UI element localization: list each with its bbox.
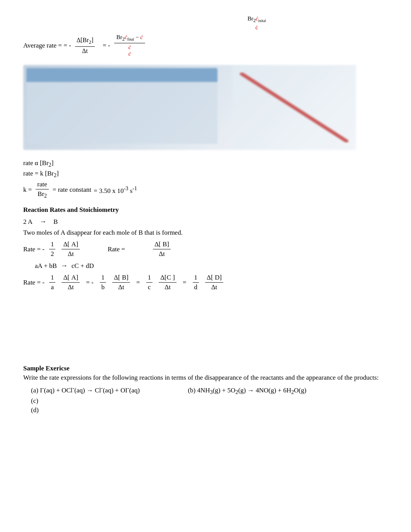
sample-b-reaction: 4NH3(g) + 5O2(g) → 4NO(g) + 6H2O(g) (197, 387, 307, 394)
sample-c-label: (c) (31, 397, 38, 404)
stoich-reaction: aA + bB → cC + dD (35, 262, 388, 270)
rate-a-label: Rate = - (23, 246, 45, 253)
sample-item-c: (c) (31, 397, 388, 405)
rate-gen-b-delta-numer: Δ[ B] (112, 274, 130, 283)
br2-numer: Δ[Br2] (75, 37, 95, 46)
sample-heading: Sample Exericse (23, 365, 388, 372)
rate-gen-d-delta-numer: Δ[ D] (205, 274, 223, 283)
reaction-b: B (53, 218, 58, 226)
reaction-2a-b: 2 A → B (23, 218, 388, 226)
sample-d-label: (d) (31, 406, 39, 414)
rate-equals-line: rate = k [Br2] (23, 170, 388, 179)
section-heading: Reaction Rates and Stoichiometry (23, 206, 388, 214)
stoich-products: cC + dD (72, 262, 94, 270)
rate-a-half-numer: 1 (49, 240, 56, 249)
br2-denom: Δt (80, 47, 89, 55)
rate-a-half-fraction: 1 2 (49, 240, 56, 258)
rate-a-b-row: Rate = - 1 2 Δ[ A] Δt Rate = Δ[ B] Δt (23, 240, 388, 258)
k-denom: Br2 (36, 189, 48, 199)
rate-gen-d-coef-frac: 1 d (193, 274, 199, 291)
rate-gen-d-delta-frac: Δ[ D] Δt (205, 274, 223, 291)
rate-gen-b-coef-numer: 1 (100, 274, 106, 283)
sample-exercise-section: Sample Exericse Write the rate expressio… (23, 365, 388, 414)
sample-a-label: (a) (31, 387, 40, 394)
sample-b-label: (b) (188, 387, 197, 394)
rate-gen-b-coef-denom: b (100, 283, 106, 291)
stoich-reactants: aA + bB (35, 262, 57, 270)
rate-gen-a-delta-numer: Δ[ A] (62, 274, 80, 283)
rate-b-label: Rate = (108, 246, 125, 253)
rate-general-row: Rate = - 1 a Δ[ A] Δt = - 1 b Δ[ B] Δt =… (23, 274, 388, 291)
rate-gen-a-coef-denom: a (49, 283, 55, 291)
rate-proportional-line: rate α [Br2] (23, 159, 388, 168)
tab-header (26, 68, 217, 82)
avg-rate-formula: Average rate = = - Δ[Br2] Δt = - Br2ċfin… (23, 34, 388, 57)
rate-gen-eq2: = (136, 279, 140, 286)
rate-gen-eq3: = (183, 279, 187, 286)
avg-rate-label: Average rate = = - (23, 42, 71, 49)
rate-a-delta-fraction: Δ[ A] Δt (62, 240, 80, 258)
rate-gen-c-coef-frac: 1 c (146, 274, 153, 291)
rate-b-delta-numer: Δ[ B] (153, 240, 171, 249)
k-fraction: rate Br2 (36, 181, 48, 199)
rate-gen-c-delta-denom: Δt (163, 283, 172, 291)
k-value: = 3.50 x 10-3 s-1 (94, 185, 137, 195)
rate-gen-a-delta-frac: Δ[ A] Δt (62, 274, 80, 291)
sample-text: Write the rate expressions for the follo… (23, 374, 388, 382)
avg-rate-section: Average rate = = - ────── = - Br2ċinital… (23, 15, 388, 57)
br2-fraction: Δ[Br2] Δt (75, 37, 95, 54)
rate-gen-d-coef-numer: 1 (193, 274, 199, 283)
k-label: k = (23, 186, 32, 194)
rate-gen-b-coef-frac: 1 b (100, 274, 106, 291)
avg-rate-equals2: = - (103, 42, 110, 49)
reaction-2a: 2 A (23, 218, 33, 226)
rate-b-delta-fraction: Δ[ B] Δt (153, 240, 171, 258)
k-equals-rate-const: = rate constant (53, 186, 91, 194)
rate-gen-a-coef-numer: 1 (49, 274, 56, 283)
k-numer: rate (36, 181, 48, 189)
blurred-content-area (23, 65, 356, 150)
blurred-chart (232, 65, 356, 150)
rate-gen-c-delta-frac: Δ[C ] Δt (159, 274, 176, 291)
rate-gen-d-delta-denom: Δt (210, 283, 219, 291)
stoich-arrow: → (61, 262, 68, 270)
rate-gen-label: Rate = - (23, 279, 45, 286)
rate-gen-c-delta-numer: Δ[C ] (159, 274, 176, 283)
rate-gen-eq1: = - (86, 279, 94, 286)
rate-gen-b-delta-frac: Δ[ B] Δt (112, 274, 130, 291)
rate-b-delta-denom: Δt (157, 249, 166, 258)
rate-gen-d-coef-denom: d (193, 283, 199, 291)
rate-a-delta-denom: Δt (66, 249, 75, 258)
sample-item-d: (d) (31, 406, 388, 414)
k-equation-line: k = rate Br2 = rate constant = 3.50 x 10… (23, 181, 388, 199)
rate-gen-a-coef-frac: 1 a (49, 274, 56, 291)
rate-gen-a-delta-denom: Δt (66, 283, 75, 291)
reaction-arrow-symbol: → (39, 218, 46, 226)
rate-gen-b-delta-denom: Δt (116, 283, 126, 291)
two-moles-text: Two moles of A disappear for each mole o… (23, 229, 388, 237)
rate-a-delta-numer: Δ[ A] (62, 240, 80, 249)
rate-gen-c-coef-numer: 1 (146, 274, 153, 283)
rate-gen-c-coef-denom: c (146, 283, 152, 291)
sample-items: (a) I-(aq) + OCl-(aq) → Cl-(aq) + OI-(aq… (23, 385, 388, 414)
br2-initial-label: Br2ċinital (247, 15, 266, 24)
blurred-table (23, 65, 221, 150)
spacer (23, 295, 388, 341)
sample-item-a: (a) I-(aq) + OCl-(aq) → Cl-(aq) + OI-(aq… (31, 385, 388, 396)
rate-a-half-denom: 2 (49, 249, 56, 258)
sample-a-reaction: I-(aq) + OCl-(aq) → Cl-(aq) + OI-(aq) (40, 387, 140, 394)
br2-initial-dot: ċ (255, 24, 258, 31)
